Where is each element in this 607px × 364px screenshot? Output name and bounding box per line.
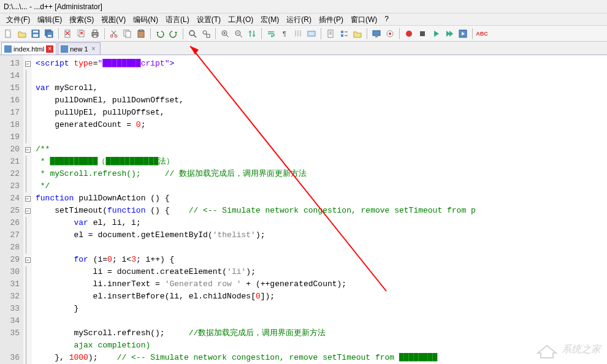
svg-rect-24: [138, 31, 144, 37]
code-content[interactable]: <script type="████████cript">var myScrol…: [32, 55, 607, 364]
func-list-button[interactable]: [338, 28, 350, 40]
svg-rect-1: [9, 30, 10, 32]
cut-button[interactable]: [108, 28, 120, 40]
menu-item[interactable]: 设置(T): [193, 13, 224, 25]
toolbar-separator: [104, 28, 105, 39]
svg-rect-25: [139, 29, 143, 31]
redo-button[interactable]: [167, 28, 180, 40]
record-macro-button[interactable]: [403, 28, 415, 40]
folder-button[interactable]: [351, 28, 364, 40]
svg-rect-16: [93, 30, 97, 32]
copy-button[interactable]: [121, 28, 134, 40]
find-button[interactable]: [186, 28, 199, 40]
toolbar-separator: [472, 28, 473, 39]
toolbar-separator: [399, 28, 400, 39]
stop-macro-button[interactable]: [416, 28, 429, 40]
word-wrap-button[interactable]: [265, 28, 277, 40]
menu-bar: 文件(F)编辑(E)搜索(S)视图(V)编码(N)语言(L)设置(T)工具(O)…: [0, 13, 607, 26]
toolbar-separator: [150, 28, 151, 39]
svg-rect-7: [48, 35, 52, 37]
print-button[interactable]: [89, 28, 101, 40]
svg-rect-41: [308, 31, 315, 36]
svg-rect-17: [93, 35, 97, 37]
lang-button[interactable]: [305, 28, 318, 40]
svg-rect-30: [207, 34, 210, 37]
line-number-gutter: 1314151617181920212223242526272829303132…: [0, 55, 23, 364]
menu-item[interactable]: 工具(O): [224, 13, 257, 25]
menu-item[interactable]: 运行(R): [283, 13, 315, 25]
new-file-button[interactable]: [2, 28, 15, 40]
svg-rect-46: [341, 31, 343, 33]
spell-check-button[interactable]: ABC: [476, 28, 488, 40]
menu-item[interactable]: 宏(M): [257, 13, 283, 25]
fold-toggle[interactable]: −: [25, 196, 31, 202]
tab-bar: index.html×new 1×: [0, 42, 607, 55]
indent-guide-button[interactable]: [292, 28, 304, 40]
doc-map-button[interactable]: [324, 28, 337, 40]
menu-item[interactable]: 插件(P): [315, 13, 347, 25]
toolbar-separator: [215, 28, 216, 39]
svg-rect-47: [341, 34, 343, 37]
close-button[interactable]: [62, 28, 74, 40]
sync-vert-button[interactable]: [246, 28, 258, 40]
zoom-in-button[interactable]: [219, 28, 231, 40]
play-multi-button[interactable]: [443, 28, 456, 40]
monitor-button[interactable]: [370, 28, 383, 40]
svg-line-27: [194, 35, 196, 37]
fold-gutter[interactable]: −−−−−: [23, 55, 32, 364]
close-tab-icon[interactable]: ×: [90, 45, 97, 53]
save-button[interactable]: [29, 28, 42, 40]
zoom-out-button[interactable]: [232, 28, 245, 40]
paste-button[interactable]: [135, 28, 147, 40]
title-bar: D:\...\... - ...d++ [Administrator]: [0, 0, 607, 13]
svg-rect-50: [373, 31, 380, 36]
menu-item[interactable]: 编码(N): [129, 13, 162, 25]
svg-rect-55: [420, 31, 425, 36]
menu-item[interactable]: 视图(V): [97, 13, 129, 25]
show-all-chars-button[interactable]: ¶: [278, 28, 291, 40]
menu-item[interactable]: 搜索(S): [66, 13, 97, 25]
window-title: D:\...\... - ...d++ [Administrator]: [4, 2, 102, 11]
svg-point-54: [406, 31, 412, 37]
play-macro-button[interactable]: [430, 28, 442, 40]
toolbar-separator: [367, 28, 367, 39]
toolbar: ¶ ABC: [0, 26, 607, 42]
save-all-button[interactable]: [43, 28, 55, 40]
svg-rect-3: [33, 34, 38, 37]
fold-toggle[interactable]: −: [25, 208, 31, 214]
svg-line-37: [240, 35, 242, 37]
menu-item[interactable]: 窗口(W): [347, 13, 381, 25]
toolbar-separator: [261, 28, 262, 39]
menu-item[interactable]: ?: [381, 13, 392, 25]
replace-button[interactable]: [200, 28, 212, 40]
menu-item[interactable]: 编辑(E): [34, 13, 66, 25]
show-symbol-button[interactable]: [384, 28, 396, 40]
undo-button[interactable]: [154, 28, 166, 40]
svg-rect-23: [126, 31, 131, 37]
svg-point-53: [389, 32, 391, 35]
tab-label: index.html: [13, 45, 44, 53]
file-tab[interactable]: new 1×: [58, 42, 100, 55]
toolbar-separator: [58, 28, 59, 39]
fold-toggle[interactable]: −: [25, 257, 31, 263]
tab-label: new 1: [70, 45, 88, 53]
close-all-button[interactable]: [75, 28, 88, 40]
file-tab[interactable]: index.html×: [1, 42, 56, 55]
menu-item[interactable]: 语言(L): [162, 13, 193, 25]
code-editor[interactable]: 1314151617181920212223242526272829303132…: [0, 55, 607, 364]
fold-toggle[interactable]: −: [25, 147, 31, 153]
file-icon: [61, 45, 68, 53]
save-macro-button[interactable]: [457, 28, 469, 40]
file-icon: [4, 45, 12, 53]
svg-rect-4: [33, 31, 38, 32]
svg-point-26: [189, 31, 194, 36]
toolbar-separator: [183, 28, 183, 39]
svg-rect-51: [375, 36, 378, 37]
close-tab-icon[interactable]: ×: [46, 45, 53, 53]
menu-item[interactable]: 文件(F): [2, 13, 34, 25]
toolbar-separator: [321, 28, 321, 39]
svg-line-34: [226, 35, 229, 37]
svg-rect-42: [328, 30, 333, 37]
fold-toggle[interactable]: −: [25, 61, 31, 67]
open-file-button[interactable]: [16, 28, 28, 40]
